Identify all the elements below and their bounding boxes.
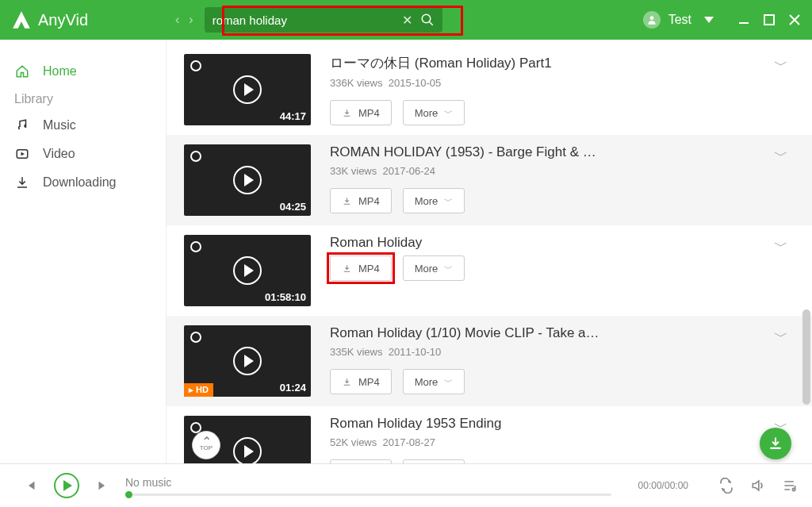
clear-search-icon[interactable]: ✕ [402, 13, 412, 28]
time-display: 00:00/00:00 [638, 480, 688, 491]
sidebar-item-video[interactable]: Video [14, 140, 166, 168]
progress-bar[interactable] [125, 494, 611, 496]
result-row[interactable]: 44:17 ローマの休日 (Roman Holiday) Part1 336K … [167, 44, 812, 135]
more-button[interactable]: More ﹀ [403, 255, 465, 281]
play-overlay-icon[interactable] [233, 437, 262, 463]
sidebar-item-home[interactable]: Home [14, 57, 166, 86]
repeat-icon[interactable] [718, 478, 734, 494]
video-icon [14, 146, 30, 162]
svg-point-2 [649, 16, 653, 20]
username: Test [668, 13, 691, 27]
play-overlay-icon[interactable] [233, 166, 262, 194]
result-title: Roman Holiday (1/10) Movie CLIP - Take a… [330, 325, 599, 341]
volume-icon[interactable] [750, 478, 766, 494]
result-title: ROMAN HOLIDAY (1953) - Barge Fight & Kis… [330, 144, 599, 160]
download-small-icon [342, 108, 352, 118]
result-row[interactable]: 01:58:10 Roman Holiday MP4 More ﹀ ﹀ [167, 225, 812, 316]
search-box[interactable]: ✕ [205, 7, 442, 33]
expand-toggle-icon[interactable]: ﹀ [774, 327, 788, 346]
more-button[interactable]: More ﹀ [403, 188, 465, 213]
video-thumbnail[interactable]: 01:58:10 [184, 235, 311, 306]
duration-label: 44:17 [280, 110, 306, 122]
user-dropdown-icon[interactable] [704, 17, 714, 23]
duration-label: 01:58:10 [265, 291, 306, 303]
chevron-down-icon: ﹀ [444, 263, 453, 275]
sidebar-item-downloading[interactable]: Downloading [14, 168, 166, 197]
chevron-down-icon: ﹀ [444, 107, 453, 119]
result-row[interactable]: 04:25 ROMAN HOLIDAY (1953) - Barge Fight… [167, 135, 812, 225]
svg-point-0 [422, 14, 431, 23]
nav-forward[interactable]: › [189, 13, 193, 27]
avatar-icon [643, 11, 661, 29]
duration-label: 01:24 [280, 382, 306, 394]
more-button[interactable]: More ﹀ [403, 369, 465, 394]
video-thumbnail[interactable]: 04:25 [184, 144, 311, 216]
result-meta-block: Roman Holiday (1/10) Movie CLIP - Take a… [330, 325, 788, 397]
video-thumbnail[interactable]: 44:17 [184, 54, 311, 125]
logo-icon [11, 10, 32, 30]
play-overlay-icon[interactable] [233, 256, 262, 285]
download-small-icon [342, 377, 352, 387]
prev-button[interactable] [24, 478, 38, 493]
result-meta: 336K views 2015-10-05 [330, 77, 788, 89]
result-title: ローマの休日 (Roman Holiday) Part1 [330, 54, 599, 72]
expand-toggle-icon[interactable]: ﹀ [774, 236, 788, 255]
minimize-button[interactable] [737, 13, 750, 26]
search-icon[interactable] [420, 13, 435, 27]
result-meta: 52K views 2017-08-27 [330, 436, 788, 448]
track-area: No music [125, 476, 611, 496]
next-button[interactable] [95, 478, 109, 493]
playlist-icon[interactable] [782, 478, 798, 494]
expand-toggle-icon[interactable]: ﹀ [774, 146, 788, 165]
svg-line-1 [429, 21, 433, 25]
select-circle-icon[interactable] [190, 332, 201, 343]
duration-label: 04:25 [280, 201, 306, 213]
select-circle-icon[interactable] [190, 60, 201, 71]
hd-badge: ▸ HD [184, 383, 213, 397]
play-overlay-icon[interactable] [233, 347, 262, 375]
more-button[interactable]: More ﹀ [403, 100, 465, 125]
result-row[interactable]: ▸ HD 01:24 Roman Holiday (1/10) Movie CL… [167, 316, 812, 406]
search-input[interactable] [213, 13, 402, 27]
main-panel: 44:17 ローマの休日 (Roman Holiday) Part1 336K … [167, 40, 812, 463]
select-circle-icon[interactable] [190, 241, 201, 252]
result-meta-block: ROMAN HOLIDAY (1953) - Barge Fight & Kis… [330, 144, 788, 216]
chevron-down-icon: ﹀ [444, 376, 453, 388]
mp4-download-button[interactable]: MP4 [330, 255, 392, 281]
mp4-download-button[interactable]: MP4 [330, 369, 392, 394]
download-icon [14, 175, 30, 190]
close-button[interactable] [788, 13, 801, 26]
player-bar: No music 00:00/00:00 [0, 463, 812, 507]
sidebar-label: Music [43, 118, 76, 133]
user-area[interactable]: Test [643, 11, 714, 29]
player-right-controls [718, 478, 798, 494]
video-thumbnail[interactable]: ▸ HD 01:24 [184, 325, 311, 397]
download-icon [768, 436, 783, 451]
music-icon [14, 117, 30, 133]
nav-back[interactable]: ‹ [175, 13, 179, 27]
mp4-download-button[interactable]: MP4 [330, 188, 392, 213]
chevron-down-icon: ﹀ [444, 195, 453, 207]
nav-arrows: ‹ › [175, 13, 193, 27]
download-fab[interactable] [760, 428, 791, 459]
results-list: 44:17 ローマの休日 (Roman Holiday) Part1 336K … [167, 44, 812, 463]
result-row[interactable]: Roman Holiday 1953 Ending 52K views 2017… [167, 406, 812, 463]
maximize-button[interactable] [763, 13, 776, 26]
sidebar-item-music[interactable]: Music [14, 111, 166, 140]
expand-toggle-icon[interactable]: ﹀ [774, 56, 788, 75]
home-icon [14, 63, 30, 79]
result-title: Roman Holiday 1953 Ending [330, 416, 599, 432]
scrollbar-thumb[interactable] [802, 309, 810, 405]
result-meta-block: Roman Holiday MP4 More ﹀ [330, 235, 788, 306]
app-name: AnyVid [38, 11, 88, 29]
sidebar-label: Video [43, 147, 75, 161]
scroll-to-top-button[interactable]: TOP [192, 431, 220, 459]
play-button[interactable] [54, 473, 79, 498]
mp4-download-button[interactable]: MP4 [330, 100, 392, 125]
play-overlay-icon[interactable] [233, 75, 262, 104]
result-meta: 33K views 2017-06-24 [330, 165, 788, 177]
download-small-icon [342, 263, 352, 274]
select-circle-icon[interactable] [190, 151, 201, 162]
result-title: Roman Holiday [330, 235, 599, 251]
result-meta-block: Roman Holiday 1953 Ending 52K views 2017… [330, 416, 788, 463]
